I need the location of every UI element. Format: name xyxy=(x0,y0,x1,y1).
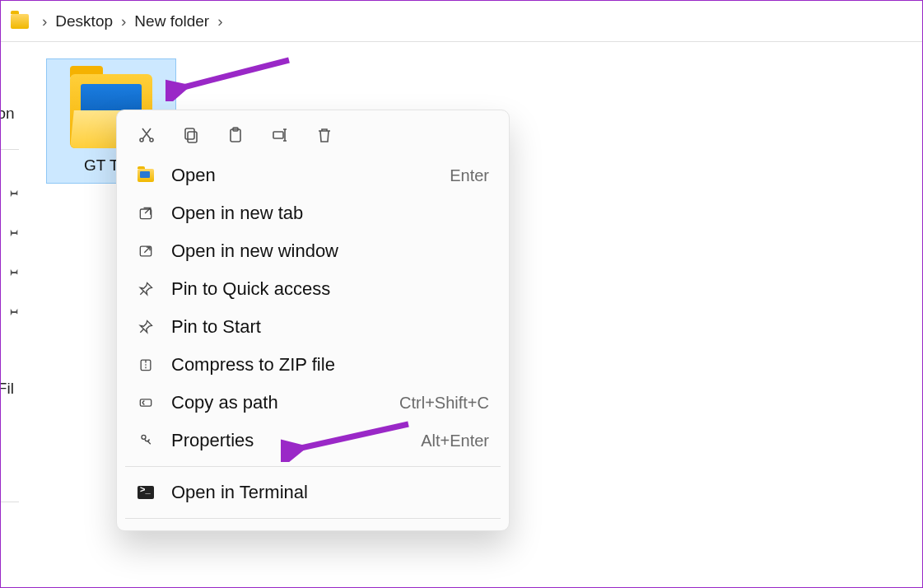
copy-path-icon xyxy=(137,394,155,412)
menu-item-open-new-window[interactable]: Open in new window xyxy=(117,232,509,270)
menu-item-label: Compress to ZIP file xyxy=(171,354,489,376)
menu-item-open[interactable]: Open Enter xyxy=(117,156,509,194)
properties-icon xyxy=(137,432,155,450)
menu-item-label: Open in new tab xyxy=(171,203,489,224)
menu-separator xyxy=(125,466,501,467)
pin-icon xyxy=(6,264,21,279)
delete-icon[interactable] xyxy=(315,125,334,145)
menu-separator xyxy=(125,518,501,519)
menu-item-compress-zip[interactable]: Compress to ZIP file xyxy=(117,346,509,384)
svg-rect-0 xyxy=(188,132,197,142)
chevron-right-icon[interactable]: › xyxy=(42,12,47,30)
pin-icon xyxy=(6,304,21,319)
menu-item-copy-as-path[interactable]: Copy as path Ctrl+Shift+C xyxy=(117,384,509,422)
menu-item-label: Open xyxy=(171,165,450,186)
cut-icon[interactable] xyxy=(137,125,156,145)
pin-icon xyxy=(137,318,155,336)
folder-icon xyxy=(137,166,155,184)
breadcrumb-item-desktop[interactable]: Desktop xyxy=(55,12,113,30)
menu-item-label: Open in new window xyxy=(171,240,489,262)
sidebar-label-fragment: e Fil xyxy=(0,380,14,398)
terminal-icon xyxy=(137,483,155,502)
menu-item-accel: Enter xyxy=(450,166,489,185)
context-menu-toolbar xyxy=(117,110,509,156)
svg-rect-8 xyxy=(140,399,151,406)
chevron-right-icon[interactable]: › xyxy=(217,12,222,30)
menu-item-pin-start[interactable]: Pin to Start xyxy=(117,308,509,346)
menu-item-label: Pin to Start xyxy=(171,316,489,338)
menu-item-open-terminal[interactable]: Open in Terminal xyxy=(117,474,509,511)
chevron-right-icon[interactable]: › xyxy=(121,12,126,30)
open-new-window-icon xyxy=(137,242,155,260)
svg-rect-5 xyxy=(140,209,151,219)
menu-item-accel: Ctrl+Shift+C xyxy=(399,394,489,413)
menu-item-label: Open in Terminal xyxy=(171,482,489,503)
svg-point-9 xyxy=(142,435,146,439)
svg-rect-4 xyxy=(273,132,283,138)
menu-item-pin-quick-access[interactable]: Pin to Quick access xyxy=(117,270,509,308)
sidebar-separator xyxy=(0,502,19,502)
breadcrumb-folder-icon xyxy=(11,14,29,29)
pin-icon xyxy=(6,185,21,200)
svg-rect-1 xyxy=(185,128,194,139)
menu-item-label: Properties xyxy=(171,430,421,451)
open-new-tab-icon xyxy=(137,204,155,222)
breadcrumb[interactable]: › Desktop › New folder › xyxy=(1,1,922,42)
breadcrumb-item-newfolder[interactable]: New folder xyxy=(134,12,209,30)
menu-item-label: Pin to Quick access xyxy=(171,278,489,300)
paste-icon[interactable] xyxy=(226,125,245,145)
context-menu: Open Enter Open in new tab Open in new w… xyxy=(116,110,510,531)
sidebar-separator xyxy=(0,149,19,150)
menu-item-properties[interactable]: Properties Alt+Enter xyxy=(117,422,509,460)
menu-item-accel: Alt+Enter xyxy=(421,432,489,450)
pin-icon xyxy=(6,225,21,240)
pin-icon xyxy=(137,280,155,298)
rename-icon[interactable] xyxy=(270,125,290,145)
menu-item-open-new-tab[interactable]: Open in new tab xyxy=(117,194,509,232)
menu-item-label: Copy as path xyxy=(171,392,399,413)
sidebar: son e Fil xyxy=(1,42,26,587)
sidebar-label-fragment: son xyxy=(0,105,15,123)
copy-icon[interactable] xyxy=(181,125,201,145)
zip-icon xyxy=(137,356,155,374)
